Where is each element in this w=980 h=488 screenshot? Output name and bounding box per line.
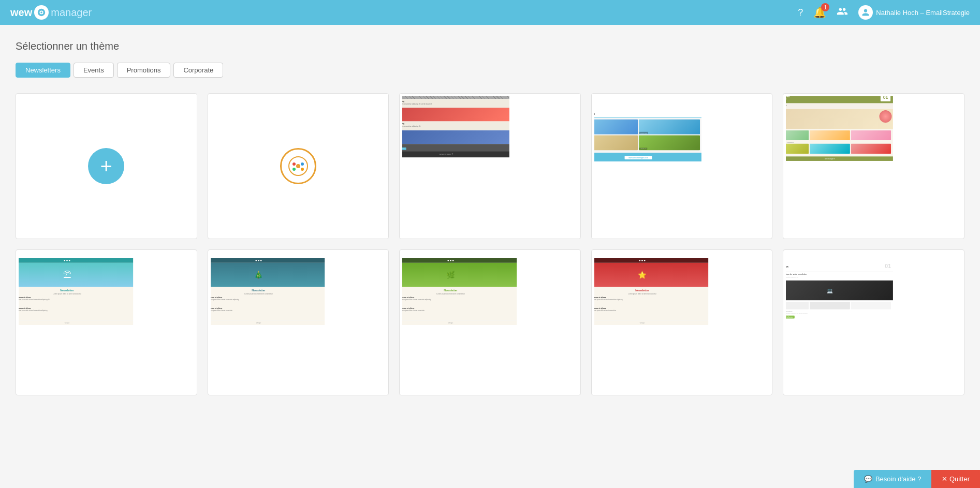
tab-events[interactable]: Events [74,63,114,78]
custom-theme-card[interactable] [208,93,389,239]
template-card-summer[interactable]: ⛱ Newsletter Lorem ipsum dolor sit amet … [16,249,197,395]
template-card-winter[interactable]: 🎄 Newsletter Lorem ipsum dolor sit amet … [208,249,389,395]
svg-point-8 [296,164,300,168]
logo[interactable]: wew manager [10,5,92,20]
users-icon[interactable] [837,6,848,20]
logo-manager: manager [51,7,92,19]
user-avatar-icon [861,8,870,17]
template-preview-colorful: E NEWSLETTER Contenu foto Contenu foto [594,96,770,236]
notifications-icon[interactable]: 🔔 1 [813,6,826,19]
template-preview-olive: TITRE DE VOTRE NEWSLETTER 01 Lorem ipsum… [786,96,961,236]
template-preview-city: TITRE DE VOTRE NEWSLETTER sous-titre Con… [402,96,578,236]
logo-circle [34,5,49,20]
templates-grid-row1: + TITRE DE VOTRE NEWSLETTER [16,93,964,239]
template-preview-winter: 🎄 Newsletter Lorem ipsum dolor sit amet … [211,253,386,392]
custom-theme-icon [280,148,316,184]
template-card-city[interactable]: TITRE DE VOTRE NEWSLETTER sous-titre Con… [399,93,581,239]
template-preview-green-nature: 🌿 Newsletter Lorem ipsum dolor sit amet … [402,253,578,392]
page-title: Sélectionner un thème [16,40,964,52]
tab-corporate[interactable]: Corporate [173,63,223,78]
svg-point-6 [292,168,296,171]
template-preview-summer: ⛱ Newsletter Lorem ipsum dolor sit amet … [19,253,194,392]
logo-icon [37,8,46,17]
user-name-text: Nathalie Hoch – EmailStrategie [876,9,970,17]
add-plus-icon: + [88,148,124,184]
main-content: Sélectionner un thème Newsletters Events… [0,25,980,406]
svg-point-4 [292,162,296,166]
tab-newsletters[interactable]: Newsletters [16,63,70,78]
add-new-template-card[interactable]: + [16,93,197,239]
header: wew manager ? 🔔 1 [0,0,980,25]
help-icon-button[interactable]: ? [798,7,803,18]
user-avatar [858,5,873,20]
svg-point-5 [301,162,304,166]
users-svg [837,6,848,17]
template-card-red[interactable]: ⭐ Newsletter Lorem ipsum dolor sit amet … [591,249,773,395]
tabs-bar: Newsletters Events Promotions Corporate [16,63,964,78]
template-card-olive[interactable]: TITRE DE VOTRE NEWSLETTER 01 Lorem ipsum… [783,93,964,239]
palette-icon [288,156,309,176]
template-card-green-nature[interactable]: 🌿 Newsletter Lorem ipsum dolor sit amet … [399,249,581,395]
svg-point-7 [301,168,304,171]
notification-badge: 1 [821,3,829,11]
template-card-tech[interactable]: E NEWSLETTER 01 Acceda à la thématique d… [783,249,964,395]
template-preview-tech: E NEWSLETTER 01 Acceda à la thématique d… [786,253,961,392]
logo-wew: wew [10,7,32,19]
tab-promotions[interactable]: Promotions [117,63,171,78]
user-info[interactable]: Nathalie Hoch – EmailStrategie [858,5,970,20]
templates-grid-row2: ⛱ Newsletter Lorem ipsum dolor sit amet … [16,249,964,395]
template-card-colorful[interactable]: E NEWSLETTER Contenu foto Contenu foto [591,93,773,239]
header-right: ? 🔔 1 Nathalie Hoch – EmailStrategie [798,5,970,20]
svg-point-2 [40,11,42,13]
logo-text: wew manager [10,5,92,20]
template-preview-red: ⭐ Newsletter Lorem ipsum dolor sit amet … [594,253,770,392]
